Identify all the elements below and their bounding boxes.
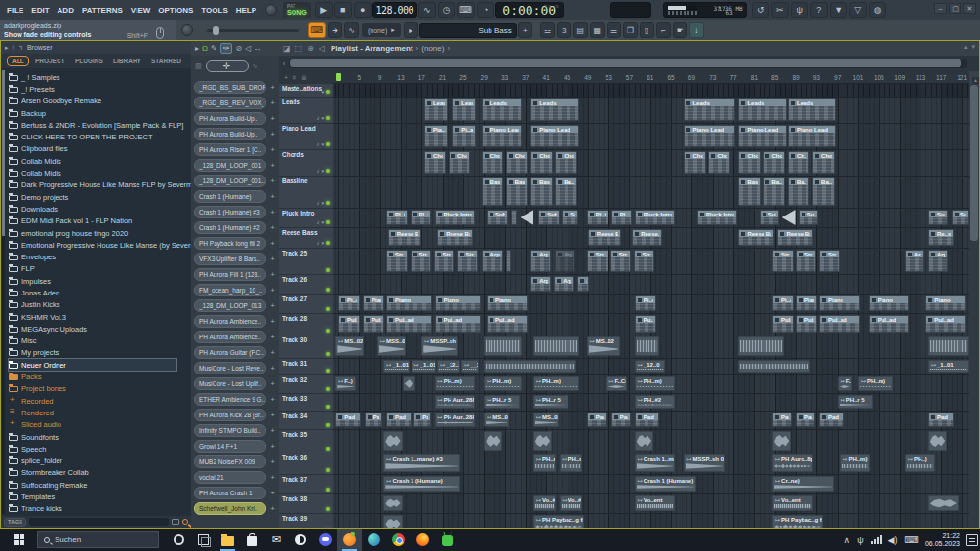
midi-pattern-clip[interactable]: Piano Lead: [482, 125, 523, 147]
midi-pattern-clip[interactable]: Pad: [819, 413, 844, 427]
picker-item[interactable]: MusiCore - Lost Uplif..+: [191, 375, 279, 391]
picker-item-button[interactable]: PH Aurora Riser 1 [C..: [194, 143, 266, 156]
midi-pattern-clip[interactable]: Str..hot: [634, 250, 654, 272]
audio-source-icon[interactable]: +: [268, 286, 277, 295]
track-header[interactable]: Track 28: [279, 314, 333, 335]
picker-item-button[interactable]: PH Payback long fill 2: [194, 237, 266, 250]
playlist-lane[interactable]: ↦F..)↦PH..m)↦PH..m)↦PH..m)↦F..C#↦PH..m)↦…: [333, 375, 969, 394]
chat-icon[interactable]: ◍: [869, 2, 886, 18]
midi-pattern-clip[interactable]: Pad: [386, 413, 412, 427]
audio-clip[interactable]: [484, 360, 576, 373]
midi-pattern-clip[interactable]: Arp: [530, 250, 550, 272]
midi-pattern-clip[interactable]: Piano Lead: [738, 125, 786, 147]
audio-clip[interactable]: ↦Crash 1 (Humane): [635, 476, 696, 492]
browser-folder-item[interactable]: Misc: [9, 335, 191, 347]
playlist-lane[interactable]: Bas..neBas..neBas..neBa..neBas..neBa..ne…: [333, 177, 969, 209]
menu-item-file[interactable]: FILE: [4, 4, 26, 17]
picker-item[interactable]: FM_ocean_harp_10_..+: [191, 282, 279, 297]
up-icon[interactable]: ↑: [12, 44, 16, 52]
playlist-menu-icon[interactable]: ▾: [971, 43, 975, 51]
notification-center-icon[interactable]: [966, 534, 978, 546]
audio-source-icon[interactable]: +: [268, 333, 277, 341]
track-enabled-light[interactable]: [326, 423, 330, 427]
plugin-picker-icon[interactable]: ❐: [623, 22, 638, 38]
audio-clip[interactable]: ↦PH Paybac..g fill 2: [772, 515, 823, 528]
audio-source-icon[interactable]: +: [268, 411, 277, 419]
picker-item-button[interactable]: PH Aurora Ambience..: [194, 331, 266, 343]
audio-clip[interactable]: [635, 431, 653, 451]
network-icon[interactable]: [871, 535, 882, 544]
audio-clip[interactable]: ↦PH..m): [484, 376, 522, 391]
browser-folder-item[interactable]: _ ! Samples: [9, 71, 191, 83]
picker-item-button[interactable]: voclal 21: [194, 471, 266, 484]
audio-source-icon[interactable]: +: [268, 161, 277, 170]
midi-pattern-clip[interactable]: Str..ot: [772, 250, 794, 272]
track-enabled-light[interactable]: [326, 352, 330, 356]
midi-pattern-clip[interactable]: Reese Bass: [388, 229, 421, 246]
track-enabled-light[interactable]: [326, 447, 330, 451]
audio-clip[interactable]: ↦PH..m): [533, 376, 579, 391]
discord-icon[interactable]: [313, 529, 337, 551]
audio-clip[interactable]: [383, 515, 402, 528]
midi-pattern-clip[interactable]: Pul..ad: [925, 315, 966, 333]
picker-item-button[interactable]: _128_DM_LOOP_001..: [194, 175, 266, 187]
track-enabled-light[interactable]: [326, 369, 330, 373]
track-header[interactable]: Chords♪▾: [279, 150, 333, 177]
picker-item[interactable]: VFX3 Uplifter 8 Bars..+: [191, 251, 279, 266]
playlist-icon[interactable]: ▦: [590, 22, 605, 38]
midi-pattern-clip[interactable]: Reese Bass: [588, 229, 621, 246]
midi-pattern-clip[interactable]: Pad: [796, 413, 815, 427]
audio-source-icon[interactable]: +: [268, 489, 277, 497]
browser-folder-item[interactable]: Neuer Ordner: [9, 359, 176, 371]
picker-item-button[interactable]: Crash 1 (Humane) #3: [194, 206, 266, 218]
midi-pattern-clip[interactable]: Sub..ss: [760, 210, 779, 225]
midi-pattern-clip[interactable]: Pad: [772, 413, 792, 427]
browser-folder-item[interactable]: Speech: [9, 443, 191, 454]
track-header[interactable]: Track 34: [279, 412, 333, 430]
undo-icon[interactable]: ↺: [752, 2, 769, 18]
midi-pattern-clip[interactable]: Arp: [928, 250, 948, 272]
menu-item-edit[interactable]: EDIT: [28, 4, 52, 17]
audio-clip[interactable]: [484, 336, 522, 356]
midi-pattern-clip[interactable]: Pul..ad: [772, 315, 794, 333]
playlist-lane[interactable]: ↦Crash 1 (Humane)↦Crash 1 (Humane)↦Cr..n…: [333, 475, 969, 494]
browser-folder-item[interactable]: Project bones: [9, 383, 191, 395]
file-explorer-icon[interactable]: [216, 529, 240, 551]
audio-source-icon[interactable]: +: [268, 317, 277, 326]
track-header[interactable]: Pluck Intro♪▾: [279, 209, 333, 228]
midi-pattern-clip[interactable]: Chords: [530, 151, 552, 174]
mail-icon[interactable]: ✉: [264, 529, 289, 551]
playlist-lane[interactable]: ArpArpArp: [333, 275, 969, 295]
typing-keyboard-icon[interactable]: ⌨: [457, 2, 475, 18]
audio-clip[interactable]: ↦PH Auro..8pm): [772, 454, 813, 472]
mic-tray-icon[interactable]: ψ: [857, 535, 863, 545]
task-view-icon[interactable]: [191, 529, 216, 551]
playlist-collapse-icon[interactable]: ▴: [964, 43, 968, 51]
browser-folder-item[interactable]: Soundfonts: [9, 431, 191, 443]
firefox-icon[interactable]: [411, 529, 435, 551]
picker-add-button[interactable]: ✛: [206, 60, 249, 72]
midi-pattern-clip[interactable]: Pad: [587, 413, 607, 427]
close-button[interactable]: ✕: [963, 3, 976, 14]
menu-item-add[interactable]: ADD: [55, 4, 77, 17]
browser-folder-item[interactable]: _! Presets: [9, 83, 191, 95]
midi-pattern-clip[interactable]: Leads: [452, 98, 476, 121]
track-enabled-light[interactable]: [326, 90, 330, 94]
track-enabled-light[interactable]: [326, 220, 330, 224]
midi-pattern-clip[interactable]: Str..hot: [434, 250, 454, 272]
midi-pattern-clip[interactable]: Pad: [928, 413, 954, 427]
midi-pattern-clip[interactable]: Str..ot: [796, 250, 816, 272]
chevron-up-icon[interactable]: ∧: [844, 535, 851, 545]
midi-pattern-clip[interactable]: Pul..ad: [869, 315, 910, 333]
picker-item-button[interactable]: MusiCore - Lost Reve..: [194, 362, 266, 374]
cut-icon[interactable]: ✂: [771, 2, 789, 18]
track-header[interactable]: Maste..ations▾: [279, 84, 333, 98]
save-icon[interactable]: ▼: [830, 2, 847, 18]
picker-item-button[interactable]: MUB2 NoiseFX 009: [194, 455, 266, 468]
mute-icon[interactable]: ◁: [245, 44, 251, 53]
midi-pattern-clip[interactable]: Pl..tro: [386, 210, 408, 225]
audio-source-icon[interactable]: +: [268, 145, 277, 154]
picker-item-button[interactable]: PH Aurora Build-Up..: [194, 128, 266, 140]
midi-pattern-clip[interactable]: Ba..ne: [763, 177, 784, 206]
search-icon[interactable]: [182, 519, 188, 525]
